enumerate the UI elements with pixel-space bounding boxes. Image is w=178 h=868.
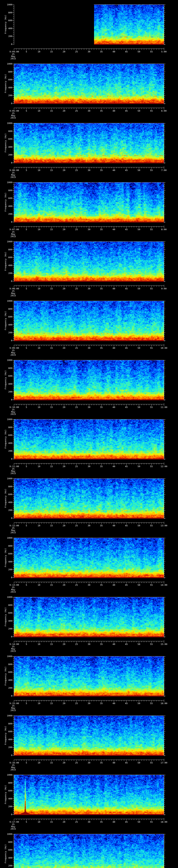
x-tick-label: 15 [50, 169, 53, 172]
x-tick-label: 50 [138, 584, 140, 586]
spectrogram-panel: Frequency (Hz) 020040060080010009:18:005… [0, 830, 178, 868]
y-tick-label: 0 [3, 517, 12, 519]
x-end-label: 9:00 [161, 287, 167, 290]
y-tick-label: 200 [3, 154, 12, 156]
x-tick-label: 40 [113, 287, 115, 290]
x-tick-label: 35 [100, 51, 103, 53]
y-tick-label: 1000 [3, 63, 12, 65]
x-end-label: 8:00 [161, 228, 167, 230]
x-tick-label: 50 [138, 347, 140, 349]
x-tick-label: 40 [113, 643, 115, 645]
x-tick-label: 30 [88, 347, 90, 349]
x-tick-label: 50 [138, 465, 140, 467]
x-tick-label: 25 [75, 762, 78, 764]
x-tick-label: 40 [113, 228, 115, 230]
y-tick-label: 1000 [3, 418, 12, 421]
x-tick-label: 25 [75, 524, 78, 527]
x-tick-label: 30 [88, 110, 90, 112]
y-tick-label: 400 [3, 205, 12, 207]
x-tick-label: 10 [37, 465, 40, 467]
y-tick-label: 600 [3, 849, 12, 851]
x-tick-label: 5 [26, 228, 27, 230]
x-tick-label: 50 [138, 702, 140, 705]
x-tick-label: 35 [100, 406, 103, 408]
x-tick-label: 40 [113, 702, 115, 705]
y-tick-label: 600 [3, 434, 12, 436]
x-tick-label: 5 [26, 406, 27, 408]
y-axis-title: Frequency (Hz) [4, 607, 7, 626]
x-tick-label: 20 [63, 347, 65, 349]
y-tick-label: 400 [3, 146, 12, 148]
x-tick-label: 5 [26, 821, 27, 823]
x-tick-label: 30 [88, 821, 90, 823]
y-tick-label: 800 [3, 841, 12, 843]
y-tick-label: 1000 [3, 833, 12, 835]
x-tick-label: 50 [138, 51, 140, 53]
x-tick-label: 20 [63, 465, 65, 467]
x-tick-label: 25 [75, 584, 78, 586]
y-tick-label: 200 [3, 687, 12, 689]
y-tick-label: 1000 [3, 477, 12, 479]
x-start-label: 9:14:00 [9, 643, 19, 645]
x-tick-label: 25 [75, 821, 78, 823]
y-tick-label: 400 [3, 27, 12, 30]
y-tick-label: 400 [3, 501, 12, 503]
y-tick-label: 1000 [3, 241, 12, 243]
y-tick-label: 1000 [3, 122, 12, 124]
spectrogram-image [14, 242, 164, 282]
y-tick-label: 200 [3, 94, 12, 96]
spectrogram-image [14, 775, 164, 815]
y-tick-label: 200 [3, 805, 12, 808]
x-end-label: 14:00 [160, 584, 167, 586]
spectrogram-image [14, 834, 164, 868]
x-tick-label: 35 [100, 287, 103, 290]
y-tick-label: 800 [3, 604, 12, 606]
x-tick-label: 45 [125, 51, 128, 53]
y-tick-label: 800 [3, 308, 12, 310]
x-tick-label: 35 [100, 110, 103, 112]
y-tick-label: 400 [3, 87, 12, 89]
x-tick-label: 55 [150, 347, 153, 349]
x-tick-label: 15 [50, 524, 53, 527]
y-tick-label: 600 [3, 197, 12, 199]
x-tick-label: 15 [50, 643, 53, 645]
x-tick-label: 40 [113, 406, 115, 408]
x-tick-label: 10 [37, 584, 40, 586]
y-tick-label: 600 [3, 553, 12, 555]
y-tick-label: 400 [3, 679, 12, 681]
y-tick-label: 1000 [3, 596, 12, 598]
y-tick-label: 0 [3, 754, 12, 756]
x-tick-label: 5 [26, 287, 27, 290]
spectrogram-panel: Frequency (Hz) 020040060080010009:13:005… [0, 533, 178, 592]
x-tick-label: 25 [75, 643, 78, 645]
spectrogram-image [14, 716, 164, 756]
x-tick-label: 50 [138, 228, 140, 230]
x-tick-label: 10 [37, 702, 40, 705]
x-tick-label: 20 [63, 406, 65, 408]
x-start-label: 9:07:00 [9, 228, 19, 230]
y-tick-label: 0 [3, 636, 12, 638]
x-tick-label: 20 [63, 762, 65, 764]
y-tick-label: 400 [3, 442, 12, 444]
x-tick-label: 20 [63, 702, 65, 705]
x-tick-label: 45 [125, 406, 128, 408]
x-tick-label: 55 [150, 51, 153, 53]
x-tick-label: 20 [63, 169, 65, 172]
x-tick-label: 30 [88, 287, 90, 290]
y-tick-label: 200 [3, 746, 12, 748]
x-tick-label: 45 [125, 347, 128, 349]
x-tick-label: 10 [37, 51, 40, 53]
y-tick-label: 800 [3, 485, 12, 488]
y-tick-label: 800 [3, 545, 12, 547]
x-tick-label: 25 [75, 110, 78, 112]
y-tick-label: 400 [3, 857, 12, 859]
y-tick-label: 400 [3, 561, 12, 563]
y-tick-label: 0 [3, 458, 12, 460]
x-tick-label: 35 [100, 169, 103, 172]
spectrogram-stack-page: { "colors": { "background": "#000000", "… [0, 0, 178, 868]
spectrogram-image [14, 656, 164, 696]
y-tick-label: 400 [3, 738, 12, 741]
x-tick-label: 45 [125, 702, 128, 705]
x-tick-label: 45 [125, 228, 128, 230]
x-start-label: 9:08:00 [9, 287, 19, 290]
